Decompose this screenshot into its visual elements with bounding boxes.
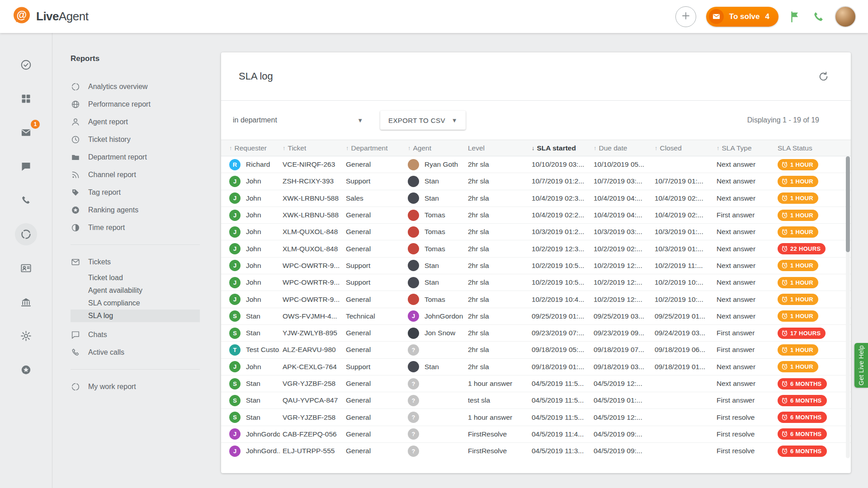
column-header[interactable]: ↑ Department	[346, 144, 408, 152]
sidebar-item-ranking-agents[interactable]: Ranking agents	[71, 201, 221, 219]
sla-started: 10/2/2019 10:4...	[532, 296, 594, 304]
sla-status-badge: 1 HOUR	[778, 277, 818, 288]
flag-button[interactable]	[788, 10, 802, 23]
column-header[interactable]: ↑ SLA Type	[717, 144, 778, 152]
table-row[interactable]: S Stan VGR-YJZBF-258 General ? 1 hour an…	[221, 375, 851, 392]
sla-table-header: ↑ Requester ↑ Ticket ↑ Department ↑ Agen…	[221, 140, 851, 156]
get-live-help-tab[interactable]: Get Live Help	[854, 343, 868, 388]
globe-icon	[71, 99, 80, 109]
level: 1 hour answer	[468, 380, 532, 388]
sidebar-item-time-report[interactable]: Time report	[71, 219, 221, 236]
column-header[interactable]: ↑ Closed	[655, 144, 717, 152]
column-header[interactable]: Level	[468, 144, 532, 152]
sidebar-item-tag-report[interactable]: Tag report	[71, 183, 221, 201]
table-row[interactable]: R Richard VCE-NIRQF-263 General Ryan Got…	[221, 156, 851, 173]
sidebar-item-ticket-history[interactable]: Ticket history	[71, 131, 221, 148]
table-row[interactable]: J JohnGord... ELJ-UTRPP-555 General ? Fi…	[221, 443, 851, 458]
sidebar-item-channel-report[interactable]: Channel report	[71, 166, 221, 183]
column-header[interactable]: ↑ Due date	[594, 144, 655, 152]
department-filter-select[interactable]: in department ▼	[233, 116, 367, 124]
table-row[interactable]: S Stan VGR-YJZBF-258 General ? 1 hour an…	[221, 409, 851, 426]
table-row[interactable]: J John WPC-OWRTR-9... General Tomas 2hr …	[221, 291, 851, 308]
sidebar-item-active-calls[interactable]: Active calls	[71, 343, 221, 361]
refresh-button[interactable]	[818, 71, 829, 82]
department: General	[346, 211, 408, 219]
agent-avatar	[408, 294, 419, 305]
agent-avatar	[408, 176, 419, 187]
table-row[interactable]: J John XLM-QUXOL-848 General Tomas 2hr s…	[221, 224, 851, 240]
scrollbar-thumb[interactable]	[846, 156, 850, 252]
agent-avatar: ?	[408, 344, 419, 356]
rail-item-chats[interactable]	[15, 155, 37, 178]
rail-item-customers[interactable]	[15, 257, 37, 279]
table-row[interactable]: J John XWK-LRBNU-588 General Tomas 2hr s…	[221, 207, 851, 224]
table-row[interactable]: J John WPC-OWRTR-9... Support Stan 2hr s…	[221, 258, 851, 274]
sla-started: 04/5/2019 11:3...	[532, 447, 594, 455]
due-date: 04/5/2019 01:...	[594, 396, 655, 404]
rail-item-billing[interactable]	[15, 291, 37, 313]
reports-icon	[20, 228, 32, 240]
sidebar-item-agent-availability[interactable]: Agent availability	[71, 284, 200, 297]
table-row[interactable]: J John XLM-QUXOL-848 General Tomas 2hr s…	[221, 240, 851, 257]
rail-item-starred[interactable]	[15, 359, 37, 381]
user-avatar[interactable]	[835, 6, 856, 28]
column-header[interactable]: SLA Status	[778, 144, 851, 152]
sla-table-body: R Richard VCE-NIRQF-263 General Ryan Got…	[221, 156, 851, 458]
table-row[interactable]: T Test Custo... ALZ-EARVU-980 General ? …	[221, 342, 851, 358]
ticket-id: OWS-FVJMH-4...	[283, 312, 346, 320]
due-date: 10/3/2019 03:...	[594, 228, 655, 236]
table-row[interactable]: S Stan QAU-YVPCA-847 General ? test sla …	[221, 392, 851, 409]
rail-item-settings[interactable]	[15, 325, 37, 347]
table-row[interactable]: J JohnGordo... CAB-FZEPQ-056 General ? F…	[221, 426, 851, 443]
table-row[interactable]: S Stan OWS-FVJMH-4... Technical J JohnGo…	[221, 308, 851, 325]
rail-item-dashboard[interactable]	[15, 88, 37, 110]
icon-rail: 1	[0, 33, 52, 488]
rail-item-tasks[interactable]	[15, 54, 37, 76]
sidebar-item-tickets[interactable]: Tickets	[71, 253, 221, 271]
agent-avatar	[408, 328, 419, 339]
column-header[interactable]: ↑ Requester	[229, 144, 283, 152]
agent-name: JohnGordon	[425, 312, 463, 320]
column-header[interactable]: ↑ Ticket	[283, 144, 346, 152]
call-button[interactable]	[812, 10, 825, 23]
table-row[interactable]: J John ZSH-RCIXY-393 Support Stan 2hr sl…	[221, 173, 851, 190]
level: test sla	[468, 396, 532, 404]
sidebar-item-ticket-load[interactable]: Ticket load	[71, 272, 200, 284]
to-solve-button[interactable]: To solve 4	[706, 7, 778, 27]
column-header[interactable]: ↑ Agent	[408, 144, 468, 152]
alarm-clock-icon	[781, 448, 788, 455]
sidebar-item-agent-report[interactable]: Agent report	[71, 113, 221, 131]
column-label: Department	[351, 144, 388, 152]
agent-avatar: J	[408, 310, 419, 322]
sla-status-label: 6 MONTHS	[790, 414, 822, 421]
sidebar-item-sla-compliance[interactable]: SLA compliance	[71, 297, 200, 310]
rail-item-reports[interactable]	[15, 223, 37, 245]
agent-avatar	[408, 361, 419, 372]
sidebar-item-performance-report[interactable]: Performance report	[71, 95, 221, 113]
table-row[interactable]: J John XWK-LRBNU-588 Sales Stan 2hr sla …	[221, 190, 851, 207]
export-csv-button[interactable]: EXPORT TO CSV ▼	[380, 111, 466, 130]
alarm-clock-icon	[781, 279, 788, 286]
table-row[interactable]: J John APK-CEXLG-764 Support Stan 2hr sl…	[221, 359, 851, 375]
sla-started: 10/10/2019 03:...	[532, 160, 594, 169]
requester-name: Richard	[246, 160, 270, 169]
table-row[interactable]: J John WPC-OWRTR-9... Support Stan 2hr s…	[221, 274, 851, 291]
sla-status-label: 1 HOUR	[790, 195, 813, 202]
rail-item-tickets[interactable]: 1	[15, 122, 37, 144]
sla-status-badge: 1 HOUR	[778, 344, 818, 356]
liveagent-logo[interactable]: @ LiveAgent	[12, 6, 88, 28]
rail-item-calls[interactable]	[15, 189, 37, 211]
sla-status-label: 1 HOUR	[790, 262, 813, 269]
column-header[interactable]: ↓ SLA started	[532, 144, 594, 152]
sidebar-item-chats[interactable]: Chats	[71, 326, 221, 343]
requester-avatar: J	[229, 260, 241, 271]
add-button[interactable]	[675, 6, 696, 27]
sidebar-item-sla-log[interactable]: SLA log	[71, 310, 200, 322]
agent-avatar	[408, 210, 419, 221]
sla-table: R Richard VCE-NIRQF-263 General Ryan Got…	[221, 156, 851, 458]
agent-avatar: ?	[408, 446, 419, 457]
table-row[interactable]: S Stan YJW-ZWLYB-895 General Jon Snow 2h…	[221, 325, 851, 342]
sidebar-item-department-report[interactable]: Department report	[71, 148, 221, 166]
sidebar-item-analytics-overview[interactable]: Analytics overview	[71, 78, 221, 95]
sidebar-item-my-work-report[interactable]: My work report	[71, 378, 221, 395]
